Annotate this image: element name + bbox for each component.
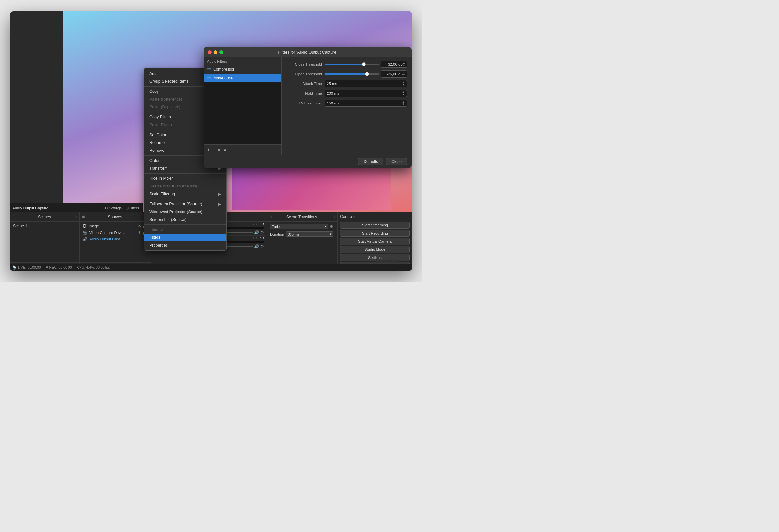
filters-list-panel: Audio Filters 👁 Compressor 👁 Noise Gate … (204, 57, 282, 155)
source-label-text: Audio Output Capture (12, 206, 48, 210)
traffic-lights (208, 50, 223, 54)
scenes-content: Scene 1 (10, 221, 79, 262)
settings-icon[interactable]: ⚙ (260, 244, 264, 249)
attack-time-row: Attack Time 25 ms ▲ ▼ (286, 80, 407, 87)
filter-down-button[interactable]: ∨ (223, 147, 227, 153)
transition-type-select[interactable]: Fade ▾ (270, 224, 328, 229)
hold-time-label: Hold Time (286, 91, 322, 95)
live-icon: 📡 (12, 265, 16, 270)
mute-icon[interactable]: 🔊 (254, 230, 259, 235)
open-threshold-spinner: ▲ ▼ (403, 71, 405, 77)
transitions-icon: ⊞ (269, 215, 272, 219)
list-item[interactable]: 📷 Video Capture Devi… 👁 🔒 (81, 229, 149, 236)
ctx-item-screenshot[interactable]: Screenshot (Source) (144, 216, 226, 223)
transitions-title: Scene Transitions (286, 215, 317, 219)
dialog-titlebar: Filters for 'Audio Output Capture' (204, 47, 412, 57)
attack-time-value[interactable]: 25 ms ▲ ▼ (324, 80, 407, 87)
ctx-item-hide-mixer[interactable]: Hide in Mixer (144, 175, 226, 182)
transition-duration-input[interactable]: 300 ms ▾ (286, 231, 333, 237)
close-threshold-thumb (362, 62, 366, 66)
rec-dot (46, 266, 48, 268)
filters-button[interactable]: ⊞ Filters (124, 205, 140, 211)
audio-icon: 🔊 (83, 237, 87, 241)
restream-watermark: Restream (376, 258, 403, 265)
close-threshold-slider-container: -32,00 dB ▲ ▼ (324, 61, 407, 68)
open-threshold-slider[interactable] (324, 73, 379, 75)
close-threshold-fill (324, 64, 364, 65)
filter-up-button[interactable]: ∧ (217, 147, 221, 153)
chevron-down-icon: ▾ (324, 224, 326, 229)
dialog-body: Audio Filters 👁 Compressor 👁 Noise Gate … (204, 57, 412, 155)
attack-time-spinner: ▲ ▼ (402, 81, 405, 86)
scenes-expand-icon: ⊟ (74, 215, 77, 219)
ctx-item-filters[interactable]: Filters (144, 234, 226, 241)
ctx-item-fullscreen-projector[interactable]: Fullscreen Projector (Source) ▶ (144, 200, 226, 208)
video-icon: 📷 (83, 230, 87, 235)
rec-status: REC: 00:00:00 (46, 265, 72, 269)
defaults-button[interactable]: Defaults (358, 158, 383, 165)
spin-down-icon[interactable]: ▼ (402, 93, 405, 96)
close-threshold-value: -32,00 dB (383, 62, 403, 66)
close-threshold-slider[interactable] (324, 64, 379, 65)
scene-transitions-panel: ⊞ Scene Transitions ⊟ Fade ▾ ⚙ Duration … (266, 212, 338, 271)
list-item[interactable]: 👁 Noise Gate (204, 74, 282, 82)
sources-title: Sources (108, 215, 122, 219)
filter-remove-button[interactable]: − (212, 147, 215, 153)
preview-dark-overlay (10, 11, 63, 212)
hold-time-spinner: ▲ ▼ (402, 91, 405, 96)
list-item[interactable]: 👁 Compressor (204, 65, 282, 74)
close-threshold-row: Close Threshold -32,00 dB ▲ ▼ (286, 61, 407, 68)
list-item[interactable]: 🔊 Audio Output Capt… 👁 (81, 236, 149, 242)
dialog-footer: Defaults Close (204, 155, 412, 168)
ctx-item-windowed-projector[interactable]: Windowed Projector (Source) (144, 208, 226, 216)
start-recording-button[interactable]: Start Recording (340, 230, 410, 237)
start-streaming-button[interactable]: Start Streaming (340, 221, 410, 229)
spin-down-icon[interactable]: ▼ (403, 64, 405, 67)
ctx-item-properties[interactable]: Properties (144, 241, 226, 249)
eye-icon: 👁 (207, 76, 211, 80)
open-threshold-fill (324, 73, 367, 75)
open-threshold-value: -26,00 dB (383, 72, 403, 76)
close-window-button[interactable] (208, 50, 212, 54)
eye-icon[interactable]: 👁 (138, 224, 141, 228)
dialog-title: Filters for 'Audio Output Capture' (278, 50, 337, 55)
spin-down-icon[interactable]: ▼ (402, 103, 405, 106)
submenu-arrow: ▶ (219, 192, 221, 196)
spin-down-icon[interactable]: ▼ (403, 74, 405, 77)
audio-mixer-expand-icon: ⊟ (260, 215, 263, 219)
transition-settings-icon[interactable]: ⚙ (330, 224, 333, 229)
close-threshold-spinner: ▲ ▼ (403, 62, 405, 67)
submenu-arrow: ▶ (219, 202, 221, 206)
ctx-item-resize: Resize output (source size) (144, 182, 226, 190)
hold-time-value[interactable]: 200 ms ▲ ▼ (324, 90, 407, 97)
list-item[interactable]: Scene 1 (11, 223, 78, 229)
maximize-window-button[interactable] (220, 50, 223, 54)
close-dialog-button[interactable]: Close (386, 158, 407, 165)
release-time-row: Release Time 150 ms ▲ ▼ (286, 99, 407, 107)
live-status: 📡 LIVE: 00:00:00 (12, 265, 41, 270)
image-icon: 🖼 (83, 224, 87, 228)
filter-add-button[interactable]: + (207, 147, 210, 153)
release-time-spinner: ▲ ▼ (402, 101, 405, 106)
transitions-header: ⊞ Scene Transitions ⊟ (266, 212, 337, 221)
ctx-item-scale-filtering[interactable]: Scale Filtering ▶ (144, 190, 226, 198)
properties-button[interactable]: ⚙ Settings (104, 205, 123, 211)
release-time-value[interactable]: 150 ms ▲ ▼ (324, 99, 407, 107)
mute-icon[interactable]: 🔊 (254, 244, 259, 249)
list-item[interactable]: 🖼 Image 👁 🔒 (81, 223, 149, 229)
eye-icon[interactable]: 👁 (138, 230, 141, 235)
source-label-buttons: ⚙ Settings ⊞ Filters (104, 205, 140, 211)
settings-icon[interactable]: ⚙ (260, 230, 264, 235)
sources-content: 🖼 Image 👁 🔒 📷 Video Capture Devi… 👁 🔒 (79, 221, 151, 262)
eye-icon: 👁 (207, 67, 211, 72)
spin-down-icon[interactable]: ▼ (402, 84, 405, 86)
start-virtual-camera-button[interactable]: Start Virtual Camera (340, 238, 410, 245)
ctx-separator (144, 224, 226, 225)
chevron-down-icon: ▾ (330, 232, 332, 236)
minimize-window-button[interactable] (214, 50, 218, 54)
release-time-label: Release Time (286, 101, 322, 105)
filters-empty-area (204, 82, 282, 144)
sources-icon: ⊞ (82, 215, 85, 219)
studio-mode-button[interactable]: Studio Mode (340, 246, 410, 253)
scenes-icon: ⊞ (12, 215, 15, 219)
